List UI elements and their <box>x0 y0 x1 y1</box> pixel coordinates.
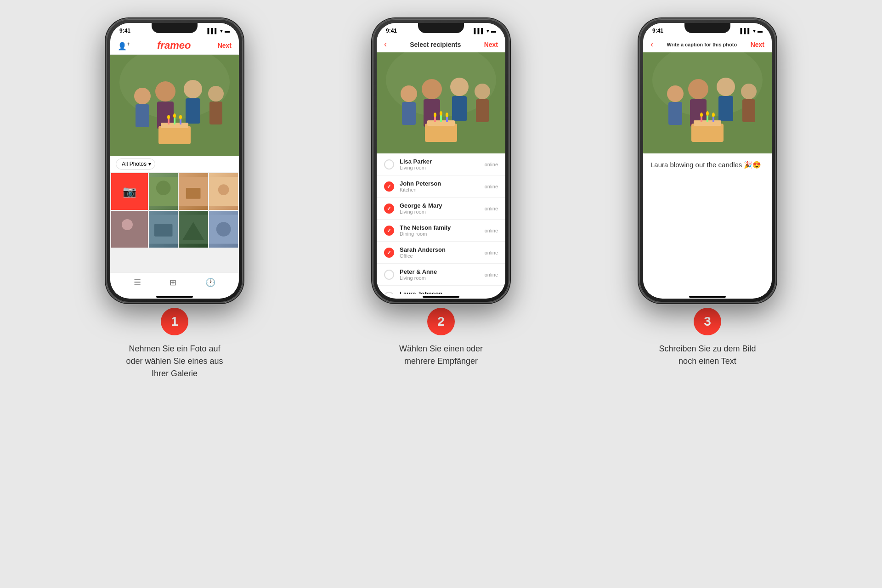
home-indicator-3 <box>689 296 726 298</box>
dropdown-chevron: ▾ <box>148 161 151 167</box>
checkbox-6[interactable] <box>384 292 394 294</box>
notch3 <box>684 23 730 33</box>
app-header-3: ‹ Write a caption for this photo Next <box>643 37 772 52</box>
next-btn-2[interactable]: Next <box>484 41 498 48</box>
grid-photo-4[interactable] <box>111 211 148 248</box>
bottom-nav-1: ☰ ⊞ 🕐 <box>110 272 239 294</box>
recipient-info-1: John Peterson Kitchen <box>400 180 479 192</box>
recipient-status-2: online <box>485 206 498 211</box>
recipient-room-1: Kitchen <box>400 187 479 192</box>
grid-photo-2[interactable] <box>179 173 208 210</box>
main-photo-1 <box>110 55 239 156</box>
back-btn-3[interactable]: ‹ <box>650 40 653 49</box>
grid-photo-5[interactable] <box>149 211 178 248</box>
checkbox-1[interactable]: ✓ <box>384 181 394 192</box>
svg-rect-52 <box>668 102 682 125</box>
checkbox-5[interactable] <box>384 270 394 280</box>
wifi-icon-1: ▾ <box>220 28 223 34</box>
checkbox-4[interactable]: ✓ <box>384 248 394 258</box>
recipient-name-0: Lisa Parker <box>400 158 479 165</box>
recipient-room-0: Living room <box>400 165 479 170</box>
next-btn-3[interactable]: Next <box>751 41 764 48</box>
svg-point-48 <box>446 113 448 117</box>
recipient-name-2: George & Mary <box>400 202 479 209</box>
main-container: 9:41 ▌▌▌ ▾ ▬ 👤+ frameo Next <box>0 0 882 407</box>
recipient-info-4: Sarah Anderson Office <box>400 246 479 259</box>
svg-rect-41 <box>425 124 457 142</box>
svg-point-23 <box>218 184 229 195</box>
phone1-column: 9:41 ▌▌▌ ▾ ▬ 👤+ frameo Next <box>55 18 294 303</box>
recipient-item-6[interactable]: Laura Johnson Kitchen online <box>377 286 505 294</box>
svg-point-47 <box>440 111 442 116</box>
svg-point-35 <box>422 79 442 99</box>
svg-point-66 <box>712 113 715 117</box>
step-circle-2: 2 <box>427 308 455 335</box>
camera-icon: 📷 <box>123 185 136 198</box>
grid-icon[interactable]: ⊞ <box>170 277 176 288</box>
grid-photo-3[interactable] <box>209 173 238 210</box>
recipient-status-5: online <box>485 272 498 277</box>
menu-icon[interactable]: ☰ <box>134 277 141 288</box>
step-circle-1: 1 <box>161 308 188 335</box>
caption-area[interactable]: Laura blowing out the candles 🎉😍 <box>643 153 772 294</box>
all-photos-btn[interactable]: All Photos ▾ <box>116 158 155 170</box>
grid-photo-7[interactable] <box>209 211 238 248</box>
svg-point-39 <box>475 84 490 99</box>
recipient-item-3[interactable]: ✓ The Nelson family Dining room online <box>377 220 505 242</box>
svg-point-4 <box>155 81 175 102</box>
svg-point-51 <box>667 85 684 102</box>
signal-icon-1: ▌▌▌ <box>208 28 218 34</box>
recipient-item-2[interactable]: ✓ George & Mary Living room online <box>377 198 505 220</box>
phone2-shell: 9:41 ▌▌▌ ▾ ▬ ‹ Select recipients Next <box>372 18 510 303</box>
svg-point-25 <box>122 219 133 230</box>
recipient-item-0[interactable]: Lisa Parker Living room online <box>377 153 505 175</box>
wifi-icon-3: ▾ <box>753 28 756 34</box>
grid-photo-1[interactable] <box>149 173 178 210</box>
recipient-name-5: Peter & Anne <box>400 268 479 275</box>
svg-rect-56 <box>718 96 733 121</box>
svg-point-55 <box>717 78 735 96</box>
add-person-icon[interactable]: 👤+ <box>118 40 130 51</box>
svg-rect-59 <box>691 124 724 142</box>
history-icon[interactable]: 🕐 <box>205 277 215 288</box>
camera-btn[interactable]: 📷 <box>111 173 148 210</box>
recipient-room-5: Living room <box>400 275 479 281</box>
app-header-1: 👤+ frameo Next <box>110 37 239 55</box>
battery-icon-1: ▬ <box>225 28 230 34</box>
recipient-item-5[interactable]: Peter & Anne Living room online <box>377 264 505 286</box>
recipient-room-3: Dining room <box>400 231 479 237</box>
phone2-column: 9:41 ▌▌▌ ▾ ▬ ‹ Select recipients Next <box>322 18 560 303</box>
svg-point-53 <box>688 79 708 99</box>
svg-rect-40 <box>476 99 489 122</box>
svg-rect-3 <box>136 104 149 127</box>
time-1: 9:41 <box>119 28 130 34</box>
checkbox-3[interactable]: ✓ <box>384 226 394 236</box>
step-column-1: 1 Nehmen Sie ein Foto aufoder wählen Sie… <box>55 308 294 380</box>
recipient-status-1: online <box>485 184 498 189</box>
back-btn-2[interactable]: ‹ <box>384 40 387 49</box>
next-btn-1[interactable]: Next <box>218 42 232 49</box>
phone3-inner: 9:41 ▌▌▌ ▾ ▬ ‹ Write a caption for this … <box>643 23 772 299</box>
recipient-item-1[interactable]: ✓ John Peterson Kitchen online <box>377 175 505 198</box>
recipient-info-6: Laura Johnson Kitchen <box>400 290 479 294</box>
checkbox-2[interactable]: ✓ <box>384 204 394 214</box>
wifi-icon-2: ▾ <box>486 28 489 34</box>
svg-point-33 <box>401 85 417 102</box>
recipient-info-2: George & Mary Living room <box>400 202 479 215</box>
svg-rect-27 <box>154 224 173 237</box>
recipient-item-4[interactable]: ✓ Sarah Anderson Office online <box>377 242 505 264</box>
svg-point-65 <box>706 111 709 116</box>
grid-photo-6[interactable] <box>179 211 208 248</box>
recipient-name-4: Sarah Anderson <box>400 246 479 253</box>
phone3-shell: 9:41 ▌▌▌ ▾ ▬ ‹ Write a caption for this … <box>639 18 776 303</box>
recipient-status-4: online <box>485 250 498 255</box>
photo-bg-1 <box>110 55 239 156</box>
svg-rect-10 <box>158 126 191 144</box>
battery-icon-3: ▬ <box>758 28 763 34</box>
app-title: frameo <box>157 40 191 51</box>
checkbox-0[interactable] <box>384 159 394 170</box>
main-photo-3 <box>643 52 772 153</box>
svg-rect-34 <box>402 102 416 125</box>
phone1-shell: 9:41 ▌▌▌ ▾ ▬ 👤+ frameo Next <box>106 18 243 303</box>
svg-rect-30 <box>216 222 231 237</box>
